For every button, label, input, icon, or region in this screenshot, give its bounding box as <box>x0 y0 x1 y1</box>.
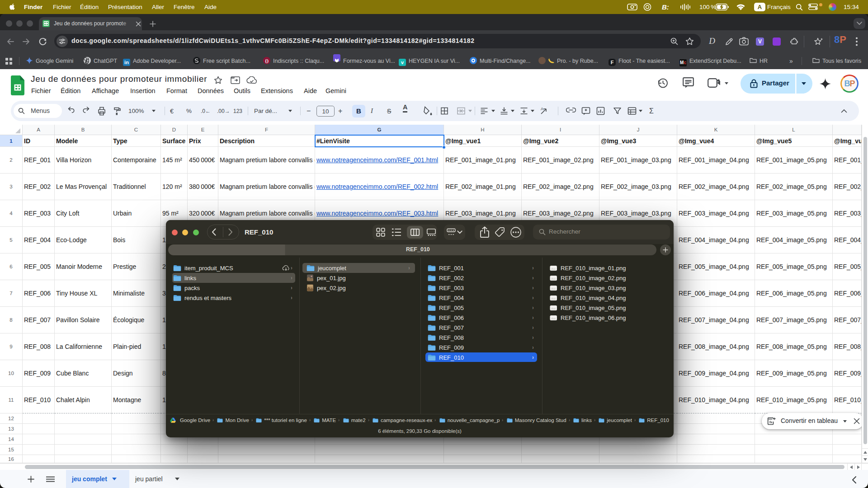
svg-text:{): {) <box>265 58 269 64</box>
svg-text:A: A <box>541 107 543 111</box>
